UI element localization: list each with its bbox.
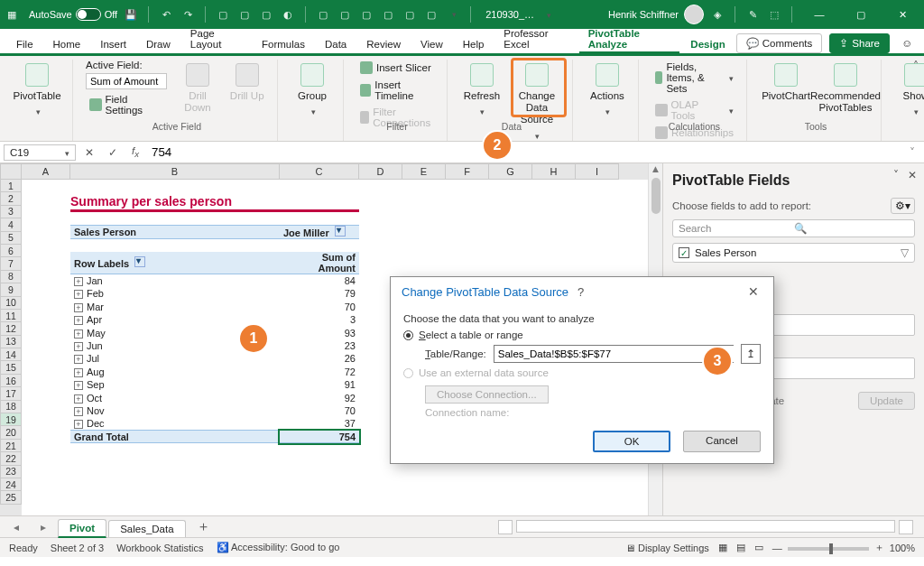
pivot-row-label[interactable]: +Jul <box>70 352 280 365</box>
qat-icon[interactable]: ▢ <box>215 6 231 23</box>
pane-close-icon[interactable]: ✕ <box>908 169 917 181</box>
range-picker-icon[interactable]: ↥ <box>741 344 761 364</box>
pivotchart-button[interactable]: PivotChart <box>760 60 812 106</box>
qat-icon[interactable]: ▢ <box>423 6 439 23</box>
pivot-row-label[interactable]: +Mar <box>70 301 280 313</box>
row-header[interactable]: 22 <box>0 452 22 465</box>
sheet-tab-sales-data[interactable]: Sales_Data <box>108 520 185 537</box>
zoom-value[interactable]: 100% <box>890 543 915 553</box>
cancel-button[interactable]: Cancel <box>683 431 761 452</box>
fx-icon[interactable]: fx <box>126 145 144 159</box>
tab-help[interactable]: Help <box>454 33 494 53</box>
pivot-row-value[interactable]: 70 <box>280 301 359 313</box>
pivottable-button[interactable]: PivotTable <box>11 60 63 121</box>
filename[interactable]: 210930_… <box>485 9 534 20</box>
pivot-row-label[interactable]: +Apr <box>70 313 280 326</box>
tab-page-layout[interactable]: Page Layout <box>181 23 251 53</box>
tab-design[interactable]: Design <box>681 33 734 53</box>
row-header[interactable]: 8 <box>0 271 22 283</box>
expand-formula-icon[interactable]: ˅ <box>904 146 920 159</box>
pane-chevron-icon[interactable]: ˅ <box>893 169 899 181</box>
zoom-out-icon[interactable]: — <box>772 543 782 553</box>
collapse-ribbon-icon[interactable]: ˄ <box>913 60 919 72</box>
pivot-row-label[interactable]: +Oct <box>70 391 280 404</box>
refresh-button[interactable]: Refresh <box>460 60 504 121</box>
close-button[interactable]: ✕ <box>884 0 920 29</box>
tab-professor-excel[interactable]: Professor Excel <box>494 23 577 53</box>
pivot-row-value[interactable]: 37 <box>280 417 359 430</box>
pivot-row-value[interactable]: 26 <box>280 352 359 365</box>
insert-timeline-button[interactable]: Insert Timeline <box>356 78 438 103</box>
diamond-icon[interactable]: ◈ <box>709 6 725 23</box>
row-header[interactable]: 16 <box>0 375 22 387</box>
sheet-tab-pivot[interactable]: Pivot <box>58 519 106 538</box>
qat-icon[interactable]: ▢ <box>380 6 396 23</box>
col-header[interactable]: G <box>489 163 532 180</box>
minimize-button[interactable]: — <box>801 0 837 29</box>
pivot-table[interactable]: Summary per sales person Sales Person Jo… <box>70 192 359 443</box>
col-header[interactable]: C <box>280 163 359 180</box>
col-header[interactable]: E <box>402 163 446 180</box>
display-settings[interactable]: 🖥 Display Settings <box>625 543 709 553</box>
pivot-row-label[interactable]: +Dec <box>70 417 280 430</box>
row-header[interactable]: 21 <box>0 440 22 452</box>
tab-file[interactable]: File <box>7 33 42 53</box>
fields-items-sets-button[interactable]: Fields, Items, & Sets <box>651 60 737 96</box>
row-labels-dropdown-icon[interactable] <box>134 256 145 267</box>
row-header[interactable]: 6 <box>0 245 22 257</box>
row-header[interactable]: 9 <box>0 283 22 296</box>
autosave-toggle[interactable]: AutoSave Off <box>29 8 117 21</box>
pivot-row-value[interactable]: 72 <box>280 366 359 378</box>
cancel-formula-icon[interactable]: ✕ <box>79 146 99 159</box>
username[interactable]: Henrik Schiffner <box>608 9 679 20</box>
field-settings-button[interactable]: Field Settings <box>86 92 170 117</box>
row-header[interactable]: 23 <box>0 466 22 478</box>
qat-icon[interactable]: ▢ <box>236 6 253 23</box>
change-data-source-button[interactable]: Change Data Source <box>511 60 563 145</box>
row-header[interactable]: 13 <box>0 336 22 348</box>
pivot-row-value[interactable]: 3 <box>280 313 359 326</box>
row-header[interactable]: 3 <box>0 206 22 218</box>
qat-icon[interactable]: ◐ <box>280 6 296 23</box>
row-header[interactable]: 18 <box>0 401 22 413</box>
col-header[interactable]: H <box>532 163 576 180</box>
tab-insert[interactable]: Insert <box>91 33 135 53</box>
pivot-row-value[interactable]: 91 <box>280 378 359 391</box>
dialog-help-icon[interactable]: ? <box>568 285 593 299</box>
col-header[interactable]: B <box>70 163 280 180</box>
row-header[interactable]: 5 <box>0 232 22 245</box>
tab-review[interactable]: Review <box>357 33 410 53</box>
qat-icon[interactable]: ▢ <box>402 6 418 23</box>
row-header[interactable]: 11 <box>0 310 22 322</box>
row-header[interactable]: 24 <box>0 478 22 491</box>
avatar[interactable] <box>684 5 704 24</box>
table-range-input[interactable] <box>494 345 734 363</box>
add-sheet-button[interactable]: ＋ <box>188 518 219 535</box>
actions-button[interactable]: Actions <box>586 60 629 121</box>
tab-home[interactable]: Home <box>44 33 90 53</box>
view-page-icon[interactable]: ▤ <box>736 542 745 553</box>
redo-icon[interactable]: ↷ <box>180 6 196 23</box>
tab-pivottable-analyze[interactable]: PivotTable Analyze <box>579 23 680 53</box>
group-button[interactable]: Group <box>291 60 334 121</box>
radio-select-table[interactable]: Select a table or range <box>403 329 761 340</box>
row-header[interactable]: 4 <box>0 218 22 231</box>
view-break-icon[interactable]: ▭ <box>754 542 763 553</box>
qat-icon[interactable]: ▢ <box>337 6 353 23</box>
qat-more-icon[interactable] <box>445 6 461 23</box>
undo-icon[interactable]: ↶ <box>158 6 174 23</box>
tab-draw[interactable]: Draw <box>137 33 180 53</box>
hscroll-track[interactable] <box>516 520 895 533</box>
pivot-row-value[interactable]: 79 <box>280 287 359 300</box>
checkbox-icon[interactable]: ✓ <box>679 247 689 258</box>
select-all-corner[interactable] <box>0 163 22 180</box>
view-normal-icon[interactable]: ▦ <box>718 542 727 553</box>
pivot-row-value[interactable]: 70 <box>280 404 359 417</box>
hscroll-left[interactable] <box>498 520 513 534</box>
row-header[interactable]: 17 <box>0 387 22 400</box>
pivot-row-value[interactable]: 93 <box>280 326 359 339</box>
sheet-nav-next[interactable]: ▸ <box>31 521 56 534</box>
feedback-icon[interactable]: ☺ <box>897 38 917 49</box>
hscroll-right[interactable] <box>899 520 913 534</box>
qat-icon[interactable]: ▢ <box>258 6 274 23</box>
